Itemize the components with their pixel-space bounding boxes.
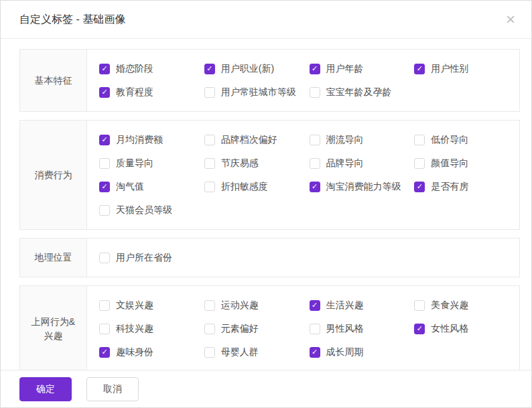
checkbox-item[interactable]: ✓趣味身份: [99, 340, 204, 364]
checkbox-checked-icon[interactable]: ✓: [310, 300, 320, 311]
checkbox-checked-icon[interactable]: ✓: [99, 64, 110, 74]
checkbox-item[interactable]: 节庆易感: [204, 151, 310, 175]
checkbox-label: 节庆易感: [221, 157, 259, 169]
checkbox-item[interactable]: 潮流导向: [310, 128, 415, 151]
checkbox-checked-icon[interactable]: ✓: [99, 87, 110, 98]
checkbox-label: 婚恋阶段: [116, 63, 153, 75]
checkbox-label: 潮流导向: [326, 134, 364, 146]
checkbox-item[interactable]: 运动兴趣: [204, 293, 310, 317]
checkbox-item[interactable]: 颜值导向: [414, 151, 519, 175]
checkbox-item[interactable]: 元素偏好: [204, 317, 310, 340]
checkbox-checked-icon[interactable]: ✓: [204, 64, 215, 74]
checkbox-item[interactable]: ✓生活兴趣: [310, 293, 415, 317]
checkbox-item[interactable]: 男性风格: [310, 317, 415, 340]
checkbox-unchecked-icon[interactable]: [414, 158, 425, 169]
checkbox-item[interactable]: 文娱兴趣: [99, 293, 204, 317]
checkbox-label: 文娱兴趣: [116, 299, 153, 312]
checkbox-item[interactable]: 质量导向: [99, 151, 204, 175]
checkbox-unchecked-icon[interactable]: [204, 324, 215, 334]
checkbox-checked-icon[interactable]: ✓: [310, 64, 320, 74]
checkbox-item[interactable]: ✓淘气值: [99, 175, 204, 198]
checkbox-label: 科技兴趣: [116, 323, 153, 335]
checkbox-unchecked-icon[interactable]: [310, 87, 320, 98]
checkbox-item[interactable]: 折扣敏感度: [204, 175, 310, 198]
confirm-button[interactable]: 确定: [19, 377, 72, 401]
checkbox-item[interactable]: ✓婚恋阶段: [99, 57, 204, 80]
section-checkbox-grid: ✓月均消费额品牌档次偏好潮流导向低价导向质量导向节庆易感品牌导向颜值导向✓淘气值…: [87, 121, 519, 229]
section: 上网行为&兴趣文娱兴趣运动兴趣✓生活兴趣美食兴趣科技兴趣元素偏好男性风格✓女性风…: [19, 285, 520, 370]
checkbox-item[interactable]: ✓成长周期: [310, 340, 415, 364]
checkbox-unchecked-icon[interactable]: [204, 182, 215, 192]
checkbox-unchecked-icon[interactable]: [99, 253, 110, 263]
checkbox-label: 美食兴趣: [431, 299, 468, 312]
checkbox-checked-icon[interactable]: ✓: [310, 182, 320, 192]
checkbox-unchecked-icon[interactable]: [310, 158, 320, 169]
checkbox-item[interactable]: ✓是否有房: [414, 175, 519, 198]
checkbox-unchecked-icon[interactable]: [99, 205, 110, 216]
checkbox-unchecked-icon[interactable]: [204, 300, 215, 311]
sections-container: 基本特征✓婚恋阶段✓用户职业(新)✓用户年龄✓用户性别✓教育程度用户常驻城市等级…: [19, 49, 520, 370]
dialog-footer: 确定 取消: [1, 370, 531, 407]
section-label: 上网行为&兴趣: [20, 286, 87, 370]
checkbox-item[interactable]: 品牌档次偏好: [204, 128, 310, 151]
checkbox-label: 女性风格: [431, 323, 468, 335]
section-checkbox-grid: 用户所在省份: [87, 239, 519, 277]
checkbox-item[interactable]: 美食兴趣: [414, 293, 519, 317]
checkbox-unchecked-icon[interactable]: [204, 87, 215, 98]
checkbox-label: 月均消费额: [116, 134, 163, 146]
checkbox-item[interactable]: ✓女性风格: [414, 317, 519, 340]
checkbox-label: 教育程度: [116, 86, 153, 98]
checkbox-unchecked-icon[interactable]: [204, 158, 215, 169]
dialog-body: 基本特征✓婚恋阶段✓用户职业(新)✓用户年龄✓用户性别✓教育程度用户常驻城市等级…: [1, 39, 531, 370]
checkbox-item[interactable]: ✓淘宝消费能力等级: [310, 175, 415, 198]
checkbox-label: 成长周期: [326, 346, 364, 358]
checkbox-unchecked-icon[interactable]: [204, 347, 215, 358]
section-checkbox-grid: ✓婚恋阶段✓用户职业(新)✓用户年龄✓用户性别✓教育程度用户常驻城市等级宝宝年龄…: [87, 50, 519, 111]
checkbox-item[interactable]: ✓用户年龄: [310, 57, 415, 80]
checkbox-item[interactable]: ✓用户职业(新): [204, 57, 310, 80]
checkbox-checked-icon[interactable]: ✓: [99, 347, 110, 358]
checkbox-unchecked-icon[interactable]: [310, 324, 320, 334]
checkbox-item[interactable]: 用户所在省份: [99, 246, 204, 269]
checkbox-item[interactable]: 科技兴趣: [99, 317, 204, 340]
checkbox-item[interactable]: ✓教育程度: [99, 80, 204, 104]
checkbox-label: 低价导向: [431, 134, 468, 146]
close-icon[interactable]: ×: [506, 11, 515, 27]
checkbox-label: 用户年龄: [326, 63, 364, 75]
checkbox-label: 宝宝年龄及孕龄: [326, 86, 392, 98]
checkbox-checked-icon[interactable]: ✓: [310, 347, 320, 358]
checkbox-item[interactable]: 宝宝年龄及孕龄: [310, 80, 415, 104]
checkbox-unchecked-icon[interactable]: [414, 135, 425, 145]
checkbox-unchecked-icon[interactable]: [204, 135, 215, 145]
checkbox-label: 品牌导向: [326, 157, 364, 169]
checkbox-checked-icon[interactable]: ✓: [99, 135, 110, 145]
cancel-button[interactable]: 取消: [86, 377, 139, 401]
checkbox-item[interactable]: 天猫会员等级: [99, 198, 204, 222]
checkbox-item[interactable]: 低价导向: [414, 128, 519, 151]
section-label: 基本特征: [20, 50, 87, 111]
checkbox-label: 用户职业(新): [221, 63, 274, 75]
checkbox-unchecked-icon[interactable]: [99, 300, 110, 311]
checkbox-item[interactable]: ✓月均消费额: [99, 128, 204, 151]
checkbox-label: 用户性别: [431, 63, 468, 75]
checkbox-label: 天猫会员等级: [116, 204, 172, 216]
checkbox-label: 生活兴趣: [326, 299, 364, 312]
checkbox-checked-icon[interactable]: ✓: [99, 182, 110, 192]
checkbox-label: 品牌档次偏好: [221, 134, 277, 146]
checkbox-item[interactable]: 用户常驻城市等级: [204, 80, 310, 104]
checkbox-checked-icon[interactable]: ✓: [414, 182, 425, 192]
checkbox-unchecked-icon[interactable]: [310, 135, 320, 145]
dialog-title: 自定义标签 - 基础画像: [19, 13, 125, 27]
checkbox-checked-icon[interactable]: ✓: [414, 324, 425, 334]
checkbox-item[interactable]: 品牌导向: [310, 151, 415, 175]
checkbox-unchecked-icon[interactable]: [99, 158, 110, 169]
checkbox-item[interactable]: 母婴人群: [204, 340, 310, 364]
checkbox-label: 趣味身份: [116, 346, 153, 358]
checkbox-label: 母婴人群: [221, 346, 259, 358]
checkbox-label: 折扣敏感度: [221, 181, 268, 193]
checkbox-checked-icon[interactable]: ✓: [414, 64, 425, 74]
checkbox-label: 质量导向: [116, 157, 153, 169]
checkbox-unchecked-icon[interactable]: [99, 324, 110, 334]
checkbox-unchecked-icon[interactable]: [414, 300, 425, 311]
checkbox-item[interactable]: ✓用户性别: [414, 57, 519, 80]
